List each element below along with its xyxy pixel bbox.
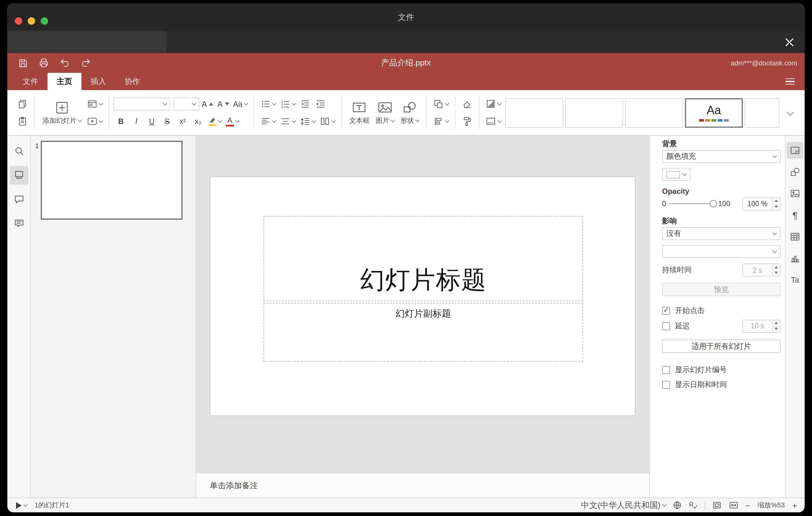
show-date-time-checkbox[interactable]	[662, 380, 670, 389]
font-size-select[interactable]	[173, 97, 199, 111]
paste-button[interactable]	[15, 114, 30, 129]
slide-settings-button[interactable]	[787, 142, 803, 159]
table-settings-icon	[790, 231, 800, 242]
duration-spinner[interactable]	[772, 264, 780, 276]
subtitle-placeholder[interactable]: 幻灯片副标题	[263, 303, 583, 362]
clear-style-button[interactable]	[460, 96, 474, 112]
feedback-button[interactable]	[9, 214, 28, 233]
superscript-button[interactable]: x²	[175, 114, 190, 129]
slide-settings-icon	[790, 145, 800, 155]
increase-indent-button[interactable]	[314, 96, 328, 112]
show-slide-number-checkbox[interactable]	[662, 366, 670, 374]
effect-select[interactable]: 没有	[662, 227, 781, 240]
start-slideshow-button[interactable]	[85, 114, 104, 129]
delay-input[interactable]: 10 s	[742, 319, 781, 333]
image-settings-button[interactable]	[787, 185, 803, 202]
start-slideshow-status-button[interactable]	[15, 501, 27, 510]
shape-settings-button[interactable]	[787, 164, 803, 180]
opacity-spinner[interactable]	[772, 198, 780, 209]
notes-area[interactable]: 单击添加备注	[196, 473, 649, 497]
opacity-input[interactable]: 100 %	[742, 197, 781, 210]
tab-collaboration[interactable]: 协作	[115, 73, 149, 90]
delay-checkbox[interactable]	[662, 322, 670, 330]
table-settings-button[interactable]	[787, 228, 803, 245]
slide-thumbnail[interactable]	[41, 141, 183, 220]
delay-spinner[interactable]	[772, 320, 780, 332]
bold-button[interactable]: B	[114, 114, 128, 129]
print-button[interactable]	[36, 56, 52, 70]
align-shapes-button[interactable]	[431, 114, 451, 129]
textart-settings-button[interactable]: Ta	[787, 271, 803, 288]
columns-button[interactable]	[318, 114, 337, 129]
spellcheck-button[interactable]	[688, 500, 698, 510]
decrease-indent-button[interactable]	[298, 96, 313, 112]
zoom-in-button[interactable]: +	[792, 500, 797, 510]
numbered-list-button[interactable]: 123	[278, 96, 297, 112]
slide[interactable]: 幻灯片标题 幻灯片副标题	[210, 176, 636, 416]
insert-image-button[interactable]: 图片	[373, 90, 397, 135]
slides-panel-button[interactable]	[9, 166, 28, 184]
horizontal-align-button[interactable]	[259, 114, 278, 129]
copy-button[interactable]	[15, 96, 30, 112]
theme-tile[interactable]	[565, 98, 623, 127]
redo-button[interactable]	[78, 56, 94, 70]
effect-variant-select[interactable]	[662, 245, 781, 258]
line-spacing-button[interactable]	[298, 114, 317, 129]
chart-settings-button[interactable]	[787, 250, 803, 267]
slider-track	[669, 203, 716, 204]
language-select[interactable]: 中文(中华人民共和国)	[581, 500, 666, 511]
change-layout-button[interactable]	[85, 96, 104, 112]
fit-width-button[interactable]	[728, 500, 738, 510]
subscript-button[interactable]: x₂	[191, 114, 205, 129]
paragraph-settings-button[interactable]: ¶	[787, 207, 803, 224]
slider-knob[interactable]	[709, 200, 717, 207]
vertical-align-button[interactable]	[278, 114, 297, 129]
font-name-select[interactable]	[114, 97, 170, 111]
slide-fill-button[interactable]	[484, 96, 503, 112]
insert-placeholder-button[interactable]	[484, 114, 503, 129]
bullet-list-button[interactable]	[259, 96, 278, 112]
font-color-button[interactable]: A	[224, 114, 241, 129]
duration-input[interactable]: 2 s	[742, 263, 781, 277]
fit-slide-button[interactable]	[712, 500, 722, 510]
change-case-button[interactable]: Aa	[231, 96, 249, 112]
search-button[interactable]	[9, 142, 28, 161]
shape-settings-icon	[790, 167, 800, 177]
theme-tile[interactable]	[505, 98, 563, 127]
arrange-shapes-button[interactable]	[431, 96, 451, 112]
tab-insert[interactable]: 插入	[82, 73, 115, 90]
decrease-font-button[interactable]: A	[216, 96, 231, 112]
strikethrough-button[interactable]: S	[160, 114, 175, 129]
opacity-slider[interactable]	[669, 199, 716, 209]
theme-tile[interactable]	[625, 98, 683, 127]
window-title: 文件	[7, 4, 805, 31]
apply-to-all-slides-button[interactable]: 适用于所有幻灯片	[662, 340, 781, 353]
comments-button[interactable]	[9, 190, 28, 209]
zoom-out-button[interactable]: −	[745, 500, 750, 510]
italic-button[interactable]: I	[129, 114, 144, 129]
slide-canvas[interactable]: 幻灯片标题 幻灯片副标题	[196, 136, 649, 473]
start-on-click-checkbox[interactable]	[662, 307, 670, 314]
fill-color-select[interactable]	[662, 168, 691, 181]
insert-shape-button[interactable]: 形状	[397, 90, 422, 135]
underline-button[interactable]: U	[144, 114, 159, 129]
tab-home[interactable]: 主页	[48, 73, 82, 90]
theme-tile[interactable]	[745, 98, 779, 127]
increase-font-button[interactable]: A	[200, 96, 215, 112]
tab-file[interactable]: 文件	[13, 73, 48, 90]
theme-gallery-expand-button[interactable]	[784, 98, 797, 127]
close-icon[interactable]	[781, 34, 797, 50]
fill-type-select[interactable]: 颜色填充	[662, 150, 781, 163]
highlight-color-button[interactable]	[206, 114, 223, 129]
add-slide-button[interactable]: 添加幻灯片	[39, 90, 85, 135]
preview-button[interactable]: 预览	[662, 283, 781, 296]
theme-tile-selected[interactable]: Aa	[685, 98, 743, 127]
opacity-max: 100	[718, 199, 730, 208]
title-placeholder[interactable]: 幻灯片标题	[263, 216, 583, 301]
insert-textbox-button[interactable]: 文本框	[346, 90, 373, 135]
copy-style-button[interactable]	[460, 114, 474, 129]
save-button[interactable]	[15, 56, 31, 70]
menu-icon[interactable]	[782, 75, 797, 88]
undo-button[interactable]	[57, 56, 73, 70]
set-language-button[interactable]	[672, 500, 682, 510]
